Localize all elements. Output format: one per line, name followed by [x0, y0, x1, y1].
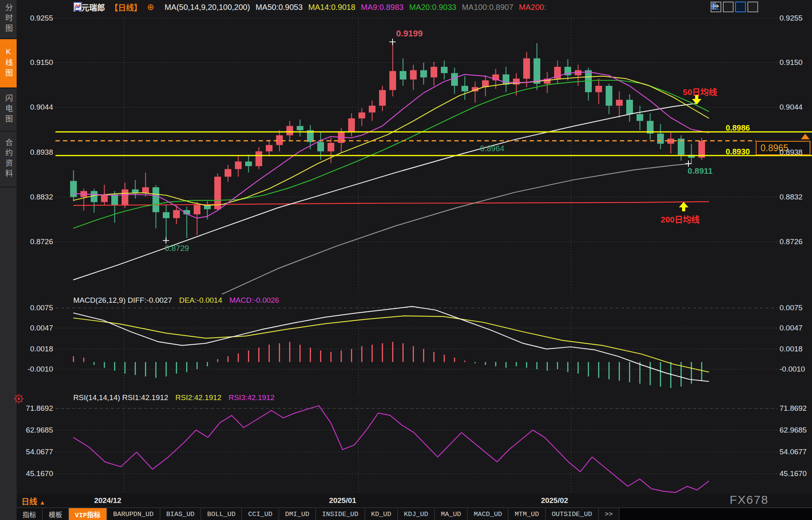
macd-value-1: DEA:-0.0014: [179, 296, 222, 305]
candle-body: [595, 86, 602, 92]
tab-cci_ud[interactable]: CCI_UD: [242, 508, 279, 520]
ma200-annotation: 200日均线: [661, 213, 700, 225]
ma-values: MA(50,14,9,20,100,200)MA50:0.9053MA14:0.…: [164, 3, 546, 12]
axis-scale-h-icon[interactable]: [723, 2, 734, 12]
ytick-right: 45.1670: [780, 469, 812, 478]
candle-body: [317, 142, 324, 152]
macd-bar: [217, 359, 218, 362]
tab-outside_ud[interactable]: OUTSIDE_UD: [546, 508, 599, 520]
macd-bar: [269, 345, 270, 362]
candle-body: [441, 67, 448, 73]
macd-bar: [444, 355, 445, 362]
axis-scale-play-icon[interactable]: [735, 2, 746, 12]
macd-bar: [691, 362, 692, 384]
candle-body: [91, 191, 97, 202]
ytick-left: 45.1670: [15, 469, 53, 478]
candle-body: [328, 143, 334, 151]
candle-body: [637, 114, 643, 121]
pane-shift-icon[interactable]: [747, 2, 758, 12]
period-tag[interactable]: 【日线】: [110, 2, 142, 13]
candle-body: [431, 67, 437, 78]
macd-bar: [176, 362, 177, 374]
macd-bar: [186, 362, 187, 372]
tab-kd_ud[interactable]: KD_UD: [365, 508, 398, 520]
period-selector[interactable]: 日线 ▲: [21, 495, 45, 507]
macd-header: MACD(26,12,9) DIFF:-0.0027DEA:-0.0014MAC…: [73, 296, 279, 305]
ma-value-4: MA20:0.9033: [409, 3, 456, 12]
macd-bar: [485, 362, 486, 365]
candle-body: [358, 112, 365, 118]
macd-bar: [382, 343, 383, 362]
candle-body: [286, 126, 293, 135]
macd-bar: [433, 352, 435, 362]
add-indicator-icon[interactable]: ⊕: [147, 2, 154, 12]
macd-bar: [629, 362, 630, 382]
tab-ma_ud[interactable]: MA_UD: [435, 508, 468, 520]
peak-price-label: 0.9199: [396, 28, 423, 39]
ytick-left: 62.9685: [15, 426, 53, 435]
candle-body: [276, 135, 283, 145]
tab-bias_ud[interactable]: BIAS_UD: [160, 508, 201, 520]
left-sidebar: 分时图K线图闪电图合约资料: [0, 0, 17, 520]
macd-bar: [413, 346, 414, 362]
macd-bar: [248, 351, 249, 362]
candle-body: [194, 205, 200, 214]
ma-line-ma20: [73, 80, 709, 228]
rsi-value-0: RSI(14,14,14) RSI1:42.1912: [73, 393, 168, 402]
macd-bar: [341, 351, 342, 362]
tab-vip[interactable]: VIP指标: [69, 508, 107, 520]
macd-bar: [578, 362, 579, 374]
ytick-right: 0.9255: [780, 14, 812, 23]
macd-bar: [608, 362, 610, 380]
macd-diff-line: [73, 306, 709, 381]
sidebar-item-0[interactable]: 分时图: [0, 0, 17, 39]
ytick-left: 54.0677: [15, 448, 53, 456]
macd-bar: [289, 342, 290, 362]
ytick-right: 0.0075: [780, 304, 812, 312]
macd-bar: [361, 346, 362, 362]
sidebar-item-3[interactable]: 合约资料: [0, 132, 17, 188]
ytick-left: 0.9150: [15, 58, 53, 67]
tab-inside_ud[interactable]: INSIDE_UD: [316, 508, 365, 520]
ma-line-ma100: [222, 163, 691, 294]
macd-bar: [238, 353, 239, 362]
macd-bar: [392, 342, 393, 362]
macd-bar: [701, 362, 702, 381]
candle-body: [503, 74, 509, 85]
candle-body: [266, 145, 273, 151]
macd-bar: [547, 362, 548, 371]
chart-canvas[interactable]: [0, 0, 812, 520]
candle-body: [122, 190, 128, 206]
macd-bar: [258, 347, 259, 362]
sidebar-item-2[interactable]: 闪电图: [0, 89, 17, 132]
ytick-right: 71.8692: [780, 404, 812, 413]
rsi-line: [73, 406, 709, 492]
tab-[interactable]: >>: [599, 508, 619, 520]
candle-body: [245, 161, 252, 166]
tab-[interactable]: 指标: [17, 508, 43, 520]
chart-toolbar: [711, 2, 758, 12]
date-label: 2025/02: [541, 496, 568, 505]
macd-bar: [464, 361, 465, 362]
ytick-left: 0.0075: [15, 304, 53, 312]
sidebar-item-1[interactable]: K线图: [0, 39, 17, 89]
tab-dmi_ud[interactable]: DMI_UD: [279, 508, 316, 520]
tab-mtm_ud[interactable]: MTM_UD: [509, 508, 545, 520]
tab-barupdn_ud[interactable]: BARUPDN_UD: [107, 508, 160, 520]
macd-bar: [124, 362, 126, 374]
ytick-right: 0.9150: [780, 58, 812, 67]
support-level-label: 0.8930: [726, 147, 750, 156]
macd-bar: [660, 362, 661, 387]
tab-boll_ud[interactable]: BOLL_UD: [201, 508, 242, 520]
tab-macd_ud[interactable]: MACD_UD: [468, 508, 509, 520]
rsi-header: RSI(14,14,14) RSI1:42.1912RSI2:42.1912RS…: [73, 393, 274, 402]
tab-kdj_ud[interactable]: KDJ_UD: [398, 508, 435, 520]
ytick-right: 62.9685: [780, 426, 812, 435]
candle-body: [70, 181, 77, 197]
candle-body: [142, 187, 149, 193]
candle-body: [152, 187, 159, 212]
macd-bar: [402, 343, 404, 362]
ytick-right: 0.0047: [780, 324, 812, 332]
tab-[interactable]: 模板: [43, 508, 69, 520]
candle-body: [101, 194, 108, 202]
